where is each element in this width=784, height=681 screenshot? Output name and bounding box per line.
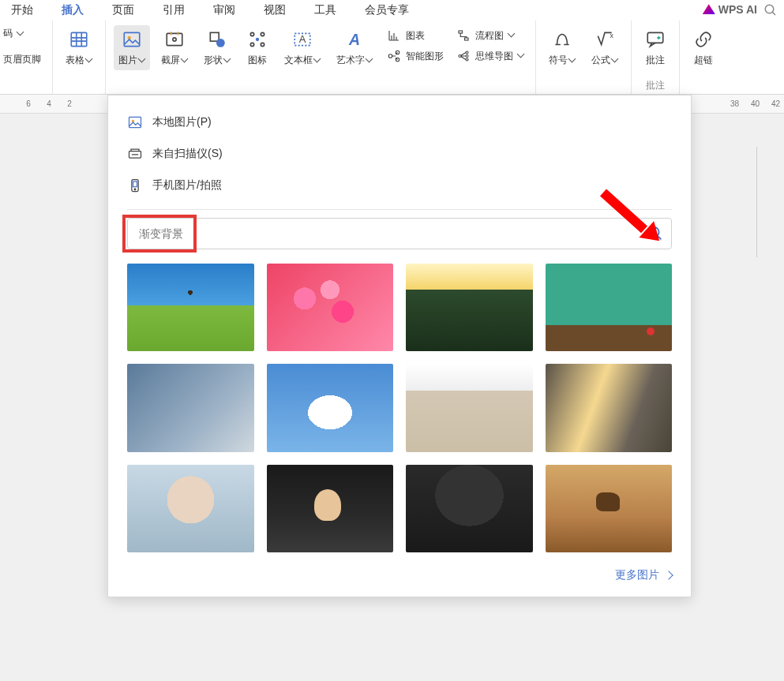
svg-point-23 xyxy=(466,55,468,58)
comment-button[interactable]: 批注 xyxy=(640,25,671,70)
header-footer-button[interactable]: 页眉页脚 xyxy=(0,51,44,68)
chevron-down-icon xyxy=(518,53,524,59)
svg-text:A: A xyxy=(299,33,306,45)
picture-button[interactable]: 图片 xyxy=(114,25,150,70)
chevron-down-icon xyxy=(508,32,515,39)
mindmap-button[interactable]: 思维导图 xyxy=(453,47,527,65)
local-image-label: 本地图片(P) xyxy=(152,115,212,129)
svg-point-16 xyxy=(388,54,392,58)
symbol-button[interactable]: 符号 xyxy=(544,25,580,70)
svg-point-33 xyxy=(649,227,659,238)
chevron-down-icon xyxy=(314,58,321,64)
image-thumb[interactable] xyxy=(267,364,394,451)
phone-icon xyxy=(127,178,143,193)
ribbon-group-symbols: 符号 x 公式 xyxy=(535,21,631,94)
wps-ai-button[interactable]: WPS AI xyxy=(703,3,757,17)
flowchart-button[interactable]: 流程图 xyxy=(453,27,518,44)
svg-rect-27 xyxy=(129,117,141,127)
svg-point-8 xyxy=(250,32,253,36)
local-image-item[interactable]: 本地图片(P) xyxy=(108,107,691,138)
smartart-button[interactable]: 智能图形 xyxy=(384,47,447,65)
image-thumb[interactable] xyxy=(406,264,533,351)
picture-icon xyxy=(127,114,143,130)
equation-button[interactable]: x 公式 xyxy=(587,25,623,70)
image-thumb[interactable] xyxy=(546,364,673,451)
image-thumb[interactable] xyxy=(546,264,673,351)
image-search-input[interactable] xyxy=(127,218,672,249)
image-thumb[interactable] xyxy=(127,264,254,351)
textbox-button[interactable]: A 文本框 xyxy=(279,25,325,70)
phone-image-label: 手机图片/拍照 xyxy=(152,178,222,193)
tab-start[interactable]: 开始 xyxy=(6,2,38,19)
svg-point-9 xyxy=(261,32,264,36)
tab-member[interactable]: 会员专享 xyxy=(360,2,414,19)
chart-button[interactable]: 图表 xyxy=(384,27,428,44)
icon-icon xyxy=(246,28,268,51)
wps-ai-icon xyxy=(703,4,715,17)
ribbon: 码 页眉页脚 表格 图片 截屏 形状 图标 A 文本框 xyxy=(0,21,784,95)
from-scanner-item[interactable]: 来自扫描仪(S) xyxy=(108,138,691,170)
chevron-down-icon xyxy=(139,58,145,64)
chevron-right-icon xyxy=(664,571,673,580)
ruler-mark: 42 xyxy=(771,99,778,108)
svg-text:A: A xyxy=(348,31,360,48)
symbol-icon xyxy=(551,28,573,51)
equation-icon: x xyxy=(594,28,616,51)
image-thumb[interactable] xyxy=(546,465,673,552)
tab-tools[interactable]: 工具 xyxy=(309,2,341,19)
icon-button[interactable]: 图标 xyxy=(242,25,273,70)
more-images-link[interactable]: 更多图片 xyxy=(108,552,691,582)
chevron-down-icon xyxy=(17,31,24,37)
svg-point-10 xyxy=(250,43,253,46)
search-icon[interactable] xyxy=(763,3,778,17)
tab-insert[interactable]: 插入 xyxy=(57,2,88,19)
tab-reference[interactable]: 引用 xyxy=(158,2,189,19)
tab-review[interactable]: 审阅 xyxy=(208,2,240,19)
svg-rect-4 xyxy=(167,33,182,45)
search-wrap xyxy=(127,218,672,249)
code-button-partial[interactable]: 码 xyxy=(0,25,27,42)
screenshot-button[interactable]: 截屏 xyxy=(156,25,193,70)
image-thumb[interactable] xyxy=(406,364,533,451)
svg-rect-26 xyxy=(647,32,663,43)
svg-point-5 xyxy=(173,38,176,41)
chevron-down-icon xyxy=(366,58,373,64)
svg-point-12 xyxy=(256,38,259,41)
svg-point-21 xyxy=(459,55,461,58)
ruler-mark: 40 xyxy=(751,99,757,108)
ruler-mark: 2 xyxy=(66,99,73,108)
search-icon[interactable] xyxy=(647,225,664,242)
tab-view[interactable]: 视图 xyxy=(259,2,291,19)
picture-dropdown: 本地图片(P) 来自扫描仪(S) 手机图片/拍照 更多图片 xyxy=(107,95,692,597)
svg-point-11 xyxy=(261,43,264,46)
picture-icon xyxy=(121,28,143,51)
wordart-icon: A xyxy=(343,28,366,51)
tab-page[interactable]: 页面 xyxy=(107,2,139,19)
image-thumb[interactable] xyxy=(406,465,533,552)
image-thumb[interactable] xyxy=(127,465,254,552)
svg-rect-20 xyxy=(465,38,469,40)
image-thumb[interactable] xyxy=(267,465,394,552)
table-button[interactable]: 表格 xyxy=(61,25,97,70)
chevron-down-icon xyxy=(612,58,618,64)
svg-rect-19 xyxy=(459,31,463,33)
wordart-button[interactable]: A 艺术字 xyxy=(332,25,377,70)
chevron-down-icon xyxy=(224,58,231,64)
svg-rect-2 xyxy=(124,32,140,46)
screenshot-icon xyxy=(163,28,186,51)
phone-image-item[interactable]: 手机图片/拍照 xyxy=(108,170,691,201)
svg-point-24 xyxy=(466,58,468,61)
page-edge xyxy=(752,147,757,257)
ruler-mark: 6 xyxy=(25,99,32,108)
comment-group-label: 批注 xyxy=(632,79,679,92)
ruler-mark: 38 xyxy=(730,99,737,108)
hyperlink-button[interactable]: 超链 xyxy=(688,25,719,70)
image-thumb[interactable] xyxy=(127,364,254,451)
svg-rect-1 xyxy=(71,32,87,46)
comment-icon xyxy=(644,28,666,51)
ruler-mark: 4 xyxy=(46,99,52,108)
chevron-down-icon xyxy=(182,58,188,64)
hyperlink-icon xyxy=(692,28,715,51)
shape-button[interactable]: 形状 xyxy=(199,25,235,70)
image-thumb[interactable] xyxy=(267,264,394,351)
